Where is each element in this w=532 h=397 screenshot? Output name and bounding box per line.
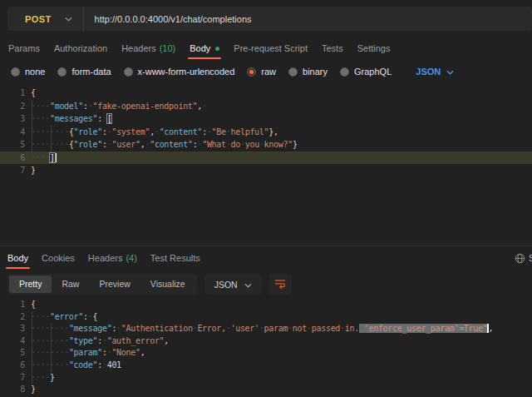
code-line: 8} <box>0 384 532 396</box>
tab-body[interactable]: Body <box>190 43 219 53</box>
wrap-text-button[interactable] <box>269 274 292 295</box>
tab-headers[interactable]: Headers (10) <box>121 43 175 53</box>
whitespace-dot: · <box>359 324 364 333</box>
code-line: 5········{"role":·"user",·"content":·"Wh… <box>0 138 532 151</box>
chevron-down-icon <box>244 280 252 290</box>
radio-icon <box>124 67 133 77</box>
tab-pre-request-script[interactable]: Pre-request Script <box>234 43 308 53</box>
line-number: 3 <box>0 323 25 335</box>
line-number: 2 <box>0 311 25 324</box>
line-number: 4 <box>0 335 25 348</box>
request-body-editor[interactable]: 1{2····"model":·"fake-openai-endpoint",·… <box>0 82 532 246</box>
code-line: 1{ <box>0 87 532 100</box>
whitespace-dot: · <box>226 324 231 333</box>
line-number: 3 <box>0 112 25 126</box>
code-line: 6········"code":·401 <box>0 360 532 372</box>
response-body-editor[interactable]: 1{2····"error":·{3········"message":·"Au… <box>0 296 532 397</box>
line-number: 7 <box>0 164 25 177</box>
method-select[interactable]: POST <box>7 14 52 24</box>
radio-raw[interactable]: raw <box>247 67 276 77</box>
status-label-partial: S <box>529 253 532 263</box>
whitespace-dot: · <box>226 127 231 136</box>
line-number: 4 <box>0 126 25 139</box>
globe-icon[interactable] <box>515 253 525 264</box>
code-line: 1{ <box>0 299 532 311</box>
whitespace-dot: · <box>259 324 264 333</box>
radio-form-data[interactable]: form-data <box>57 67 111 77</box>
line-number: 1 <box>0 299 25 311</box>
line-number: 2 <box>0 100 25 113</box>
request-url-bar: POST http://0.0.0.0:4000/v1/chat/complet… <box>7 7 532 31</box>
tab-params[interactable]: Params <box>8 43 40 53</box>
radio-selected-icon <box>247 67 256 77</box>
code-line: 7····} <box>0 372 532 385</box>
line-number: 6 <box>0 360 25 372</box>
code-line: 2····"error":·{ <box>0 311 532 324</box>
response-meta-area: S <box>515 246 532 270</box>
radio-x-www-form-urlencoded[interactable]: x-www-form-urlencoded <box>124 67 235 77</box>
indent-guide <box>51 126 52 151</box>
whitespace-dot: · <box>240 140 245 149</box>
whitespace-dot: · <box>288 324 293 333</box>
code-line: 3····"messages":·[ <box>0 112 532 126</box>
radio-icon <box>57 67 66 77</box>
whitespace-dot: · <box>193 324 198 333</box>
whitespace-dot: · <box>307 324 312 333</box>
code-line: 5········"param":·"None", <box>0 347 532 360</box>
response-tab-cookies[interactable]: Cookies <box>42 253 75 263</box>
view-pretty[interactable]: Pretty <box>9 275 52 293</box>
headers-count-badge: (10) <box>160 43 176 53</box>
radio-binary[interactable]: binary <box>288 67 328 77</box>
tab-authorization[interactable]: Authorization <box>54 43 107 53</box>
response-headers-count-badge: (4) <box>126 253 136 263</box>
view-raw[interactable]: Raw <box>52 275 89 293</box>
whitespace-dot: · <box>226 140 231 149</box>
view-preview[interactable]: Preview <box>89 275 140 293</box>
chevron-down-icon[interactable] <box>65 17 72 22</box>
code-line: 2····"model":·"fake-openai-endpoint",· <box>0 100 532 113</box>
indent-guide <box>51 323 52 371</box>
code-line: 4········"type":·"auth_error", <box>0 335 532 348</box>
radio-none[interactable]: none <box>11 67 45 77</box>
response-toolbar: Pretty Raw Preview Visualize JSON <box>7 274 292 295</box>
line-number: 7 <box>0 372 25 385</box>
active-tab-underline <box>188 57 221 59</box>
line-number: 6 <box>0 151 25 165</box>
radio-icon <box>288 67 298 77</box>
line-number: 5 <box>0 347 25 360</box>
code-line: 4········{"role":·"system",·"content":·"… <box>0 126 532 139</box>
line-number: 8 <box>0 384 25 396</box>
indent-guide <box>32 311 32 385</box>
radio-graphql[interactable]: GraphQL <box>340 67 392 77</box>
response-tabs: Body Cookies Headers (4) Test Results S <box>0 246 532 270</box>
body-type-row: none form-data x-www-form-urlencoded raw… <box>0 62 532 82</box>
response-tab-headers[interactable]: Headers (4) <box>88 253 137 263</box>
code-line: 3········"message":·"Authentication·Erro… <box>0 323 532 335</box>
response-tab-body[interactable]: Body <box>7 253 28 263</box>
radio-icon <box>340 67 349 77</box>
divider <box>83 7 84 31</box>
response-view-switch: Pretty Raw Preview Visualize <box>7 274 197 295</box>
url-input[interactable]: http://0.0.0.0:4000/v1/chat/completions <box>95 14 252 24</box>
tab-tests[interactable]: Tests <box>322 43 343 53</box>
request-tabs: Params Authorization Headers (10) Body P… <box>0 37 532 59</box>
code-line: 7} <box>0 164 532 177</box>
whitespace-dot: · <box>259 140 264 149</box>
line-number: 5 <box>0 138 25 151</box>
view-visualize[interactable]: Visualize <box>140 275 195 293</box>
indent-guide <box>32 100 32 165</box>
line-number: 1 <box>0 87 25 100</box>
radio-icon <box>11 67 20 77</box>
response-tab-test-results[interactable]: Test Results <box>150 253 200 263</box>
code-line: 6····] <box>0 151 532 165</box>
postman-window: POST http://0.0.0.0:4000/v1/chat/complet… <box>0 0 532 397</box>
whitespace-dot: · <box>102 114 107 123</box>
raw-format-select[interactable]: JSON <box>416 67 454 77</box>
whitespace-dot: · <box>202 102 207 111</box>
tab-settings[interactable]: Settings <box>357 43 391 53</box>
wrap-text-icon <box>274 277 286 292</box>
chevron-down-icon <box>446 67 454 77</box>
text-caret <box>55 153 57 162</box>
response-format-select[interactable]: JSON <box>204 274 262 295</box>
active-tab-underline <box>6 267 30 269</box>
